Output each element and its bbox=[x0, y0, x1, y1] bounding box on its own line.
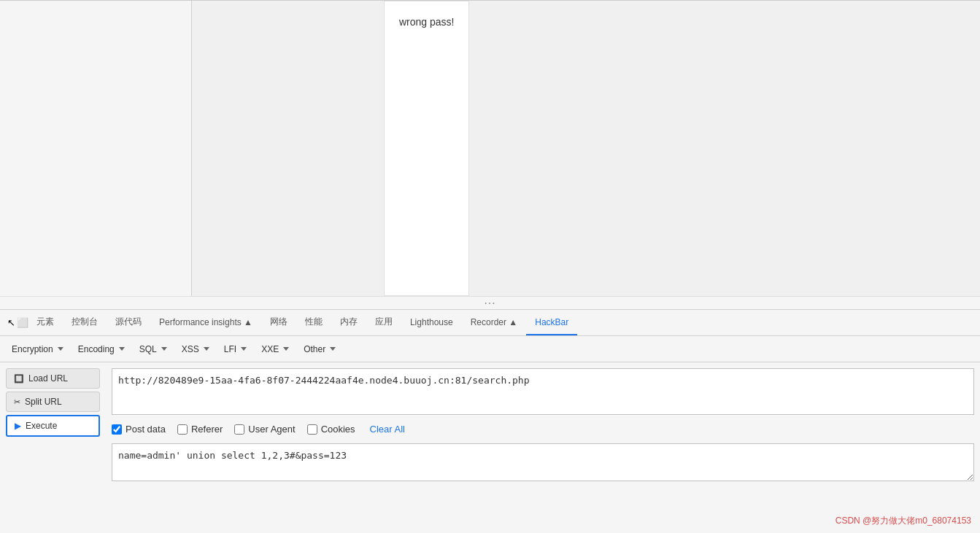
hackbar-main-body: 🔲 Load URL ✂ Split URL ▶ Execute bbox=[0, 362, 980, 533]
checkboxes-row: Post data Referer User Agent Cookies bbox=[112, 421, 974, 437]
tab-console[interactable]: 控制台 bbox=[63, 310, 107, 335]
tab-performance[interactable]: 性能 bbox=[296, 310, 331, 335]
left-panel bbox=[0, 1, 192, 296]
post-data-input[interactable] bbox=[112, 443, 974, 481]
hackbar-sidebar: 🔲 Load URL ✂ Split URL ▶ Execute bbox=[0, 362, 106, 533]
lfi-chevron-icon bbox=[241, 347, 247, 351]
encryption-chevron-icon bbox=[58, 347, 63, 351]
hackbar-section: Encryption Encoding SQL XSS LFI XXE bbox=[0, 336, 980, 533]
mobile-icon[interactable]: ⬜ bbox=[18, 318, 28, 328]
sql-dropdown[interactable]: SQL bbox=[134, 341, 173, 357]
referer-checkbox[interactable] bbox=[177, 424, 188, 435]
clear-all-button[interactable]: Clear All bbox=[370, 424, 405, 435]
tab-performance-insights[interactable]: Performance insights ▲ bbox=[150, 310, 261, 335]
watermark: CSDN @努力做大佬m0_68074153 bbox=[836, 515, 971, 527]
browser-content: wrong pass! bbox=[384, 1, 469, 296]
tab-elements[interactable]: 元素 bbox=[28, 310, 63, 335]
hackbar-toolbar: Encryption Encoding SQL XSS LFI XXE bbox=[0, 336, 980, 362]
xss-chevron-icon bbox=[204, 347, 209, 351]
content-area: wrong pass! bbox=[0, 1, 980, 296]
tab-hackbar[interactable]: HackBar bbox=[526, 310, 577, 335]
resize-handle[interactable]: ⋯ bbox=[0, 296, 980, 309]
tab-lighthouse[interactable]: Lighthouse bbox=[401, 310, 462, 335]
lfi-dropdown[interactable]: LFI bbox=[218, 341, 252, 357]
execute-icon: ▶ bbox=[15, 421, 21, 431]
post-data-checkbox[interactable] bbox=[112, 424, 122, 435]
xxe-chevron-icon bbox=[283, 347, 289, 351]
hackbar-right-content: Post data Referer User Agent Cookies bbox=[106, 362, 980, 533]
split-url-icon: ✂ bbox=[14, 397, 20, 407]
encoding-chevron-icon bbox=[119, 347, 125, 351]
encoding-dropdown[interactable]: Encoding bbox=[72, 341, 131, 357]
other-dropdown[interactable]: Other bbox=[298, 341, 342, 357]
page-content-text: wrong pass! bbox=[399, 16, 454, 28]
cookies-checkbox[interactable] bbox=[307, 424, 317, 435]
cursor-icon[interactable]: ↖ bbox=[6, 318, 16, 328]
other-chevron-icon bbox=[330, 347, 336, 351]
app-container: wrong pass! ⋯ ↖ ⬜ 元素 控制台 源代码 Performance… bbox=[0, 0, 980, 533]
user-agent-checkbox[interactable] bbox=[234, 424, 244, 435]
sql-chevron-icon bbox=[161, 347, 167, 351]
split-url-button[interactable]: ✂ Split URL bbox=[6, 392, 100, 412]
tab-network[interactable]: 网络 bbox=[261, 310, 296, 335]
post-data-checkbox-label[interactable]: Post data bbox=[112, 424, 166, 435]
tab-sources[interactable]: 源代码 bbox=[107, 310, 150, 335]
xxe-dropdown[interactable]: XXE bbox=[255, 341, 295, 357]
xss-dropdown[interactable]: XSS bbox=[176, 341, 215, 357]
devtools-icon-group: ↖ ⬜ bbox=[6, 318, 28, 328]
execute-button[interactable]: ▶ Execute bbox=[6, 415, 100, 437]
encryption-dropdown[interactable]: Encryption bbox=[6, 341, 69, 357]
tab-recorder[interactable]: Recorder ▲ bbox=[462, 310, 527, 335]
cookies-checkbox-label[interactable]: Cookies bbox=[307, 424, 355, 435]
load-url-button[interactable]: 🔲 Load URL bbox=[6, 368, 100, 389]
load-url-icon: 🔲 bbox=[14, 374, 24, 384]
referer-checkbox-label[interactable]: Referer bbox=[177, 424, 223, 435]
tab-memory[interactable]: 内存 bbox=[331, 310, 366, 335]
user-agent-checkbox-label[interactable]: User Agent bbox=[234, 424, 295, 435]
resize-handle-icon: ⋯ bbox=[484, 296, 497, 310]
url-input[interactable] bbox=[112, 368, 974, 415]
tab-application[interactable]: 应用 bbox=[366, 310, 401, 335]
devtools-tabs-bar: ↖ ⬜ 元素 控制台 源代码 Performance insights ▲ 网络… bbox=[0, 309, 980, 336]
